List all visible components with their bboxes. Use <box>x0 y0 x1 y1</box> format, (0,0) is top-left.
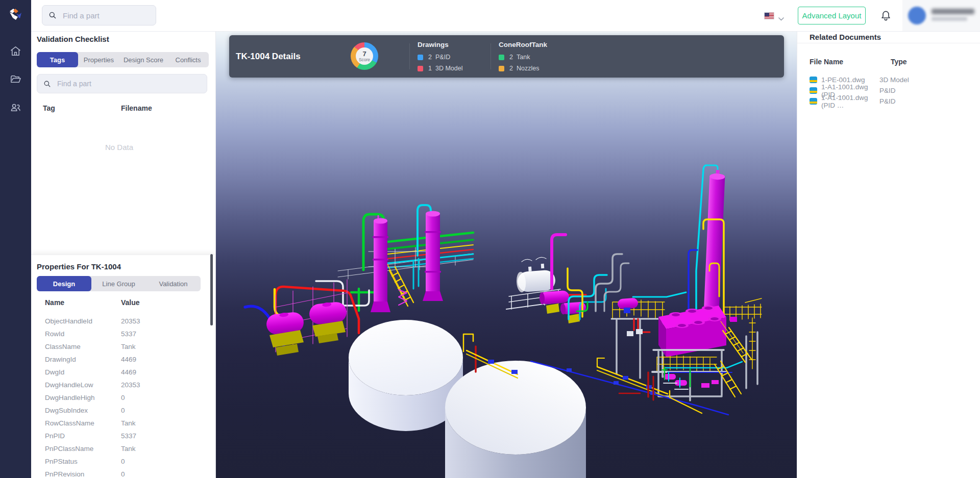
advanced-layout-button[interactable]: Advanced Layout <box>798 7 866 24</box>
col-filename: Filename <box>121 104 152 112</box>
legend-item: 1 3D Model <box>418 63 463 74</box>
table-row[interactable]: DrawingId 4469 <box>31 353 215 366</box>
related-documents-panel: Related Documents File Name Type 1-PE-00… <box>797 31 980 478</box>
validation-tab[interactable]: Conflicts <box>167 52 209 67</box>
sidebar-item-files[interactable] <box>10 73 21 85</box>
validation-checklist-title: Validation Checklist <box>37 35 109 43</box>
legend-item: 2 P&ID <box>418 52 463 63</box>
notifications-bell-icon[interactable] <box>880 10 892 22</box>
sidebar-rail <box>0 0 31 478</box>
property-value: 20353 <box>121 381 140 389</box>
col-type: Type <box>891 58 907 66</box>
property-name: RowId <box>31 330 121 338</box>
legend-drawings: Drawings 2 P&ID 1 3D Model <box>418 41 463 74</box>
sidebar-item-home[interactable] <box>10 45 21 57</box>
viewer-3d[interactable]: TK-1004 Details 7 Score Drawings 2 P&ID <box>215 31 797 478</box>
property-value: 0 <box>121 470 125 478</box>
table-row[interactable]: PnPClassName Tank <box>31 442 215 455</box>
users-icon <box>10 102 21 113</box>
score-value: 7 <box>362 51 366 57</box>
panel-scrollbar[interactable] <box>210 254 213 325</box>
properties-tab[interactable]: Validation <box>146 276 201 291</box>
legend-title: Drawings <box>418 41 463 48</box>
legend-item: 2 Nozzles <box>499 63 547 74</box>
language-flag-us[interactable] <box>764 12 774 19</box>
document-name: 1-A1-1001.dwg (PID … <box>821 94 879 109</box>
table-row[interactable]: 1-A1-1001.dwg (PID … P&ID <box>797 96 980 107</box>
property-value: 5337 <box>121 330 136 338</box>
validation-panel: Validation Checklist Tags Properties Des… <box>31 31 216 478</box>
properties-tab[interactable]: Design <box>37 276 91 291</box>
validation-tab[interactable]: Properties <box>78 52 119 67</box>
property-name: ClassName <box>31 343 121 350</box>
table-row[interactable]: ObjectHandleId 20353 <box>31 315 215 328</box>
validation-tab[interactable]: Tags <box>37 52 78 67</box>
legend-coneroof-tank: ConeRoofTank 2 Tank 2 Nozzles <box>499 41 547 74</box>
column-right <box>423 211 443 301</box>
property-name: PnPRevision <box>31 470 121 478</box>
part-search-input[interactable] <box>56 79 186 88</box>
part-search[interactable] <box>37 74 207 93</box>
table-row[interactable]: RowClassName Tank <box>31 417 215 430</box>
legend-label: Nozzles <box>517 65 539 72</box>
divider <box>797 43 980 43</box>
table-row[interactable]: PnPID 5337 <box>31 430 215 442</box>
global-search-input[interactable] <box>62 11 145 20</box>
property-value: 4469 <box>121 368 136 376</box>
properties-tab[interactable]: Line Group <box>91 276 146 291</box>
property-name: PnPStatus <box>31 458 121 465</box>
score-label: Score <box>359 58 370 62</box>
validation-tabs: Tags Properties Design Score Conflicts <box>37 52 209 67</box>
col-tag: Tag <box>43 104 121 112</box>
legend-swatch <box>418 55 423 60</box>
legend-divider <box>409 43 410 69</box>
legend-count: 1 <box>428 65 435 72</box>
property-name: PnPID <box>31 432 121 440</box>
legend-label: 3D Model <box>435 65 463 72</box>
dwg-file-icon <box>810 87 817 94</box>
plant-3d-scene[interactable] <box>215 31 797 478</box>
properties-rows: ObjectHandleId 20353 RowId 5337 ClassNam… <box>31 315 215 478</box>
col-value: Value <box>121 298 140 307</box>
tank-b <box>445 361 586 478</box>
legend-swatch <box>499 66 504 71</box>
chevron-down-icon[interactable] <box>778 14 784 17</box>
user-menu[interactable] <box>902 0 980 31</box>
property-value: Tank <box>121 445 136 452</box>
user-role-redacted <box>932 17 967 21</box>
properties-table-header: Name Value <box>45 298 140 307</box>
property-value: 0 <box>121 394 125 401</box>
global-search[interactable] <box>42 5 156 26</box>
legend-count: 2 <box>509 54 517 61</box>
table-row[interactable]: RowId 5337 <box>31 328 215 340</box>
properties-panel: Properties For TK-1004 Design Line Group… <box>31 255 215 478</box>
table-row[interactable]: ClassName Tank <box>31 340 215 353</box>
app-logo[interactable] <box>7 7 23 23</box>
no-data-text: No Data <box>31 143 207 152</box>
legend-item: 2 Tank <box>499 52 547 63</box>
table-row[interactable]: DwgHandleLow 20353 <box>31 379 215 391</box>
property-value: 0 <box>121 458 125 465</box>
dwg-file-icon <box>810 76 817 84</box>
table-row[interactable]: PnPRevision 0 <box>31 468 215 478</box>
table-row[interactable]: DwgId 4469 <box>31 366 215 379</box>
validation-tab[interactable]: Design Score <box>119 52 167 67</box>
property-value: 0 <box>121 407 125 414</box>
legend-swatch <box>418 66 423 71</box>
property-name: DwgSubIndex <box>31 407 121 414</box>
property-name: PnPClassName <box>31 445 121 452</box>
table-row[interactable]: PnPStatus 0 <box>31 455 215 468</box>
document-type: 3D Model <box>879 76 909 84</box>
legend-count: 2 <box>509 65 517 72</box>
sidebar-item-users[interactable] <box>10 102 21 113</box>
legend-title: ConeRoofTank <box>499 41 547 48</box>
col-name: Name <box>45 298 121 307</box>
table-row[interactable]: DwgHandleHigh 0 <box>31 391 215 404</box>
property-value: 5337 <box>121 432 136 440</box>
property-name: DwgHandleLow <box>31 381 121 389</box>
property-name: ObjectHandleId <box>31 317 121 325</box>
col-file-name: File Name <box>810 58 891 66</box>
property-name: DwgHandleHigh <box>31 394 121 401</box>
table-row[interactable]: DwgSubIndex 0 <box>31 404 215 417</box>
properties-title: Properties For TK-1004 <box>37 262 121 271</box>
